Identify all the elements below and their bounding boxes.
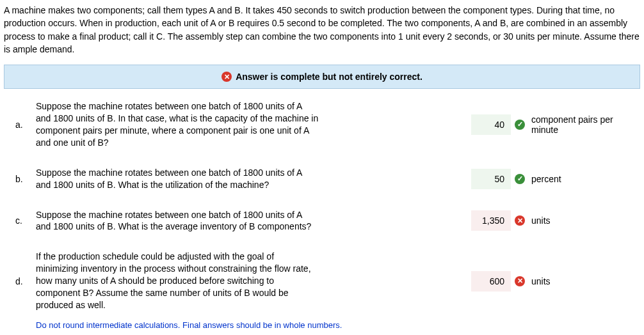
error-icon: ✕ — [221, 72, 232, 82]
question-c: c. Suppose the machine rotates between o… — [15, 209, 627, 233]
question-text: Suppose the machine rotates between one … — [36, 100, 324, 149]
answer-value[interactable]: 40 — [471, 114, 511, 135]
answer-unit: component pairs per minute — [531, 114, 627, 135]
calculation-note: Do not round intermediate calculations. … — [36, 320, 627, 330]
status-banner: ✕ Answer is complete but not entirely co… — [4, 65, 640, 89]
cross-icon: ✕ — [515, 276, 525, 286]
question-label: d. — [15, 276, 28, 286]
problem-statement: A machine makes two components; call the… — [4, 4, 640, 56]
answer-area: 50 ✓ percent — [471, 169, 561, 189]
answer-unit: units — [531, 276, 551, 286]
answer-value[interactable]: 600 — [471, 271, 511, 292]
question-label: b. — [15, 174, 28, 184]
answer-value[interactable]: 50 — [471, 169, 511, 189]
question-d: d. If the production schedule could be a… — [15, 251, 627, 311]
answer-area: 1,350 ✕ units — [471, 210, 551, 231]
check-icon: ✓ — [515, 174, 525, 184]
question-text: Suppose the machine rotates between one … — [36, 209, 324, 233]
question-a: a. Suppose the machine rotates between o… — [15, 100, 627, 149]
check-icon: ✓ — [515, 120, 525, 130]
question-text: Suppose the machine rotates between one … — [36, 167, 324, 191]
question-text: If the production schedule could be adju… — [36, 251, 324, 311]
question-label: c. — [15, 215, 28, 226]
cross-icon: ✕ — [515, 215, 525, 226]
question-b: b. Suppose the machine rotates between o… — [15, 167, 627, 191]
questions-container: a. Suppose the machine rotates between o… — [4, 100, 640, 330]
status-text: Answer is complete but not entirely corr… — [236, 72, 423, 82]
answer-unit: units — [531, 215, 551, 226]
answer-unit: percent — [531, 174, 561, 184]
answer-area: 600 ✕ units — [471, 271, 551, 292]
answer-value[interactable]: 1,350 — [471, 210, 511, 231]
answer-area: 40 ✓ component pairs per minute — [471, 114, 627, 135]
question-label: a. — [15, 120, 28, 130]
